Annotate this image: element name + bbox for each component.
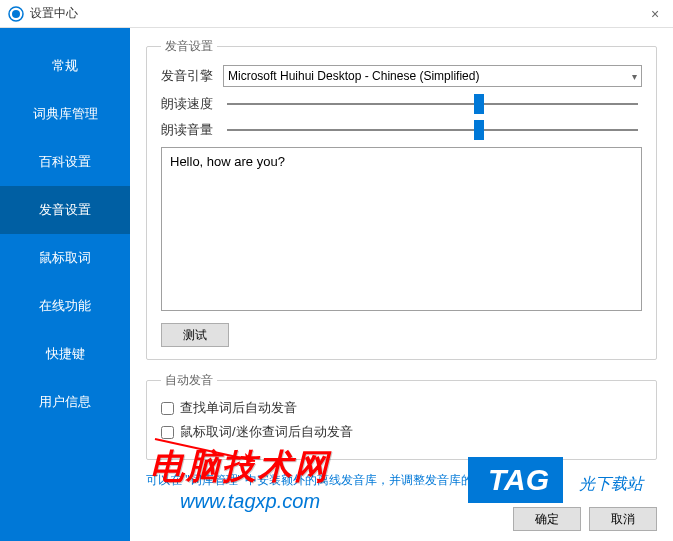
- engine-select[interactable]: Microsoft Huihui Desktop - Chinese (Simp…: [223, 65, 642, 87]
- cancel-button[interactable]: 取消: [589, 507, 657, 531]
- content-panel: 发音设置 发音引擎 Microsoft Huihui Desktop - Chi…: [130, 28, 673, 541]
- speed-thumb[interactable]: [474, 94, 484, 114]
- auto-voice-group: 自动发音 查找单词后自动发音 鼠标取词/迷你查词后自动发音: [146, 372, 657, 460]
- chevron-down-icon: ▾: [632, 71, 637, 82]
- svg-point-1: [12, 10, 20, 18]
- auto-voice-check1-label: 查找单词后自动发音: [180, 399, 297, 417]
- voice-settings-legend: 发音设置: [161, 38, 217, 55]
- volume-slider[interactable]: [227, 129, 638, 131]
- window-title: 设置中心: [30, 5, 78, 22]
- app-icon: [8, 6, 24, 22]
- sidebar-item-dictionary[interactable]: 词典库管理: [0, 90, 130, 138]
- sidebar: 常规 词典库管理 百科设置 发音设置 鼠标取词 在线功能 快捷键 用户信息: [0, 28, 130, 541]
- titlebar: 设置中心 ×: [0, 0, 673, 28]
- auto-voice-legend: 自动发音: [161, 372, 217, 389]
- sidebar-item-online[interactable]: 在线功能: [0, 282, 130, 330]
- close-button[interactable]: ×: [645, 4, 665, 24]
- sidebar-item-user[interactable]: 用户信息: [0, 378, 130, 426]
- ok-button[interactable]: 确定: [513, 507, 581, 531]
- engine-label: 发音引擎: [161, 67, 223, 85]
- volume-label: 朗读音量: [161, 121, 223, 139]
- test-button[interactable]: 测试: [161, 323, 229, 347]
- volume-thumb[interactable]: [474, 120, 484, 140]
- sidebar-item-mouse[interactable]: 鼠标取词: [0, 234, 130, 282]
- sidebar-item-encyclopedia[interactable]: 百科设置: [0, 138, 130, 186]
- sidebar-item-general[interactable]: 常规: [0, 42, 130, 90]
- sidebar-item-voice[interactable]: 发音设置: [0, 186, 130, 234]
- speed-slider[interactable]: [227, 103, 638, 105]
- voice-settings-group: 发音设置 发音引擎 Microsoft Huihui Desktop - Chi…: [146, 38, 657, 360]
- auto-voice-check1-row[interactable]: 查找单词后自动发音: [161, 399, 642, 417]
- auto-voice-check1[interactable]: [161, 402, 174, 415]
- auto-voice-check2-row[interactable]: 鼠标取词/迷你查词后自动发音: [161, 423, 642, 441]
- sidebar-item-hotkey[interactable]: 快捷键: [0, 330, 130, 378]
- hint-text: 可以在 "词库管理" 中安装额外的离线发音库，并调整发音库的顺序: [146, 472, 657, 489]
- auto-voice-check2[interactable]: [161, 426, 174, 439]
- engine-value: Microsoft Huihui Desktop - Chinese (Simp…: [228, 69, 479, 83]
- auto-voice-check2-label: 鼠标取词/迷你查词后自动发音: [180, 423, 353, 441]
- test-textarea[interactable]: Hello, how are you?: [161, 147, 642, 311]
- speed-label: 朗读速度: [161, 95, 223, 113]
